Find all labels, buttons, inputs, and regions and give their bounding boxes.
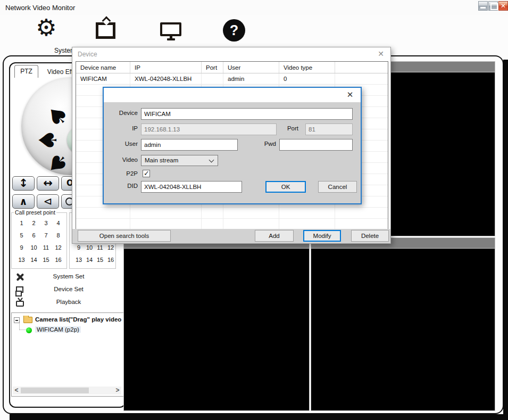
- help-icon: [223, 19, 245, 42]
- preset-number[interactable]: 16: [52, 254, 64, 266]
- table-row[interactable]: WIFICAMXWL-042048-XLLBHadmin0: [76, 73, 388, 85]
- window-titlebar: Network Video Monitor: [0, 0, 508, 15]
- cancel-button[interactable]: Cancel: [318, 181, 357, 193]
- call-preset-label: Call preset point: [14, 209, 56, 216]
- column-header[interactable]: Port: [202, 62, 223, 73]
- minimize-button[interactable]: [478, 1, 488, 11]
- ip-field-label: IP: [104, 125, 138, 131]
- column-header[interactable]: User: [223, 62, 279, 73]
- preset-number[interactable]: 4: [52, 217, 64, 229]
- preset-number[interactable]: 9: [15, 242, 28, 254]
- preset-number[interactable]: 13: [15, 254, 28, 266]
- did-field[interactable]: [141, 181, 242, 193]
- table-cell: [223, 219, 279, 229]
- preset-number[interactable]: 13: [73, 254, 84, 266]
- table-cell: [202, 73, 223, 84]
- table-cell: [202, 219, 223, 229]
- preset-number[interactable]: 8: [52, 229, 64, 242]
- tree-connector: [19, 323, 26, 330]
- preset-number[interactable]: 15: [95, 254, 105, 266]
- camera-list-label: Camera list("Drag" play video: [35, 316, 122, 323]
- horizontal-cruise-button[interactable]: ↔: [37, 176, 59, 191]
- table-cell: [279, 219, 335, 229]
- toolbar-system-button[interactable]: ⚙ System: [28, 17, 65, 55]
- video-field-label: Video: [104, 157, 138, 163]
- video-cell-3[interactable]: [123, 237, 310, 411]
- menu-system-set-label: System Set: [31, 273, 106, 279]
- preset-number[interactable]: 6: [28, 229, 40, 242]
- maximize-button[interactable]: [488, 1, 498, 11]
- vertical-cruise-button[interactable]: ↕: [12, 176, 35, 191]
- preset-number[interactable]: 16: [105, 254, 116, 266]
- scroll-right-icon[interactable]: >: [114, 386, 121, 394]
- table-cell: [130, 208, 202, 218]
- menu-device-set-label: Device Set: [31, 286, 106, 292]
- device-icon: [16, 286, 23, 293]
- table-cell: [335, 208, 388, 218]
- edit-dialog-titlebar: ✕: [104, 88, 361, 102]
- scrollbar-thumb[interactable]: [21, 388, 89, 393]
- preset-number[interactable]: 14: [28, 254, 40, 266]
- did-field-label: DID: [104, 183, 138, 189]
- ptz-left-icon[interactable]: ♠: [36, 128, 60, 152]
- modify-button[interactable]: Modify: [303, 230, 341, 242]
- preset-number[interactable]: 5: [15, 229, 28, 242]
- preset-number[interactable]: 10: [28, 242, 40, 254]
- user-field[interactable]: [141, 139, 238, 151]
- application-window: Network Video Monitor ⚙ System PTZ Video…: [0, 0, 508, 420]
- device-dialog-buttonbar: Open search tools Add Modify Delete: [72, 229, 390, 243]
- column-header[interactable]: Device name: [76, 62, 130, 73]
- preset-number[interactable]: 15: [40, 254, 52, 266]
- camera-tree-root[interactable]: Camera list("Drag" play video: [13, 316, 122, 325]
- window-bottom-edge: [10, 414, 508, 420]
- preset-number[interactable]: 3: [40, 217, 52, 229]
- gear-icon: ⚙: [28, 14, 65, 42]
- device-dialog-titlebar: Device ✕: [72, 47, 390, 61]
- table-cell: [279, 208, 335, 218]
- camera-tree-item[interactable]: WIFICAM (p2p): [19, 326, 120, 335]
- menu-system-set[interactable]: System Set: [10, 271, 126, 284]
- picture-frame-icon: [96, 22, 115, 39]
- zoom-wide-button[interactable]: ∧: [12, 194, 35, 209]
- table-cell: [223, 208, 279, 218]
- preset-number[interactable]: 7: [40, 229, 52, 242]
- preset-number[interactable]: 11: [40, 242, 52, 254]
- tv-icon: [16, 301, 24, 307]
- add-button[interactable]: Add: [255, 230, 294, 242]
- video-stream-select[interactable]: Main stream: [141, 155, 218, 166]
- column-header[interactable]: [335, 62, 388, 73]
- scroll-left-icon[interactable]: <: [13, 386, 20, 394]
- port-field-label: Port: [279, 125, 298, 131]
- device-dialog-close-icon[interactable]: ✕: [377, 50, 385, 58]
- device-field-label: Device: [104, 110, 138, 116]
- menu-playback[interactable]: Playback: [10, 297, 126, 309]
- preset-number[interactable]: 12: [52, 242, 64, 254]
- p2p-checkbox[interactable]: [143, 170, 150, 177]
- video-cell-4[interactable]: [311, 237, 495, 411]
- online-status-icon: [26, 327, 32, 333]
- focus-left-button[interactable]: ⊲: [37, 194, 59, 209]
- pwd-field[interactable]: [279, 139, 353, 151]
- ptz-up-left-icon[interactable]: ♠: [41, 100, 74, 133]
- tree-horizontal-scrollbar[interactable]: < >: [13, 386, 121, 394]
- table-cell: [202, 208, 223, 218]
- ptz-down-left-icon[interactable]: ♠: [41, 147, 74, 180]
- edit-dialog-close-icon[interactable]: ✕: [346, 90, 354, 99]
- menu-device-set[interactable]: Device Set: [10, 284, 126, 297]
- ok-button[interactable]: OK: [265, 181, 306, 193]
- monitor-icon: [160, 22, 181, 36]
- column-header[interactable]: IP: [130, 62, 202, 73]
- open-search-tools-button[interactable]: Open search tools: [78, 230, 171, 242]
- table-cell: admin: [223, 73, 279, 84]
- preset-number[interactable]: 2: [28, 217, 40, 229]
- close-button[interactable]: [498, 1, 508, 11]
- column-header[interactable]: Video type: [279, 62, 335, 73]
- preset-number[interactable]: 14: [84, 254, 95, 266]
- table-cell: 0: [279, 73, 335, 84]
- preset-number[interactable]: 1: [15, 217, 28, 229]
- device-field[interactable]: [141, 108, 353, 120]
- ip-field: [141, 123, 277, 135]
- delete-button[interactable]: Delete: [351, 230, 389, 242]
- tab-ptz[interactable]: PTZ: [14, 65, 38, 78]
- video-stream-value: Main stream: [145, 157, 178, 163]
